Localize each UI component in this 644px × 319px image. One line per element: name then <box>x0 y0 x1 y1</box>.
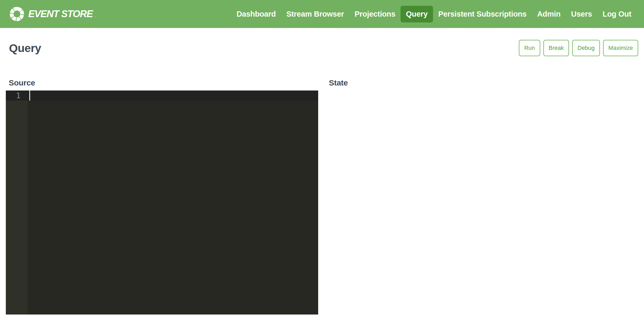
editor-gutter <box>6 91 28 315</box>
nav-item-stream-browser[interactable]: Stream Browser <box>281 6 349 22</box>
logo-wordmark: EVENT STORE <box>28 8 93 20</box>
page-title: Query <box>9 42 41 55</box>
nav-item-query[interactable]: Query <box>401 6 433 22</box>
event-store-logo[interactable]: EVENT STORE . <box>9 6 96 22</box>
page-header-row: Query Run Break Debug Maximize <box>6 40 638 56</box>
segmented-ring-icon <box>9 6 25 22</box>
source-state-columns: Source 1 State <box>6 78 638 315</box>
query-source-editor[interactable]: 1 <box>6 91 318 315</box>
state-panel-label: State <box>326 78 638 87</box>
break-button[interactable]: Break <box>543 40 569 56</box>
run-button[interactable]: Run <box>519 40 540 56</box>
nav-item-log-out[interactable]: Log Out <box>597 6 637 22</box>
source-panel: Source 1 <box>6 78 318 315</box>
nav-menu: Dashboard Stream Browser Projections Que… <box>231 6 637 22</box>
nav-item-dashboard[interactable]: Dashboard <box>231 6 281 22</box>
nav-item-projections[interactable]: Projections <box>349 6 401 22</box>
state-panel: State <box>326 78 638 315</box>
debug-button[interactable]: Debug <box>572 40 600 56</box>
source-panel-label: Source <box>6 78 318 87</box>
logo-trademark-dot: . <box>94 12 96 18</box>
query-toolbar: Run Break Debug Maximize <box>519 40 638 56</box>
nav-item-persistent-subscriptions[interactable]: Persistent Subscriptions <box>433 6 532 22</box>
maximize-button[interactable]: Maximize <box>603 40 638 56</box>
editor-line-number: 1 <box>6 91 28 101</box>
query-page: Query Run Break Debug Maximize Source 1 … <box>0 40 644 315</box>
nav-item-users[interactable]: Users <box>566 6 597 22</box>
text-cursor <box>29 91 30 101</box>
top-navbar: EVENT STORE . Dashboard Stream Browser P… <box>0 0 644 28</box>
state-output <box>326 91 638 117</box>
editor-active-line-highlight <box>6 91 318 101</box>
nav-item-admin[interactable]: Admin <box>532 6 566 22</box>
